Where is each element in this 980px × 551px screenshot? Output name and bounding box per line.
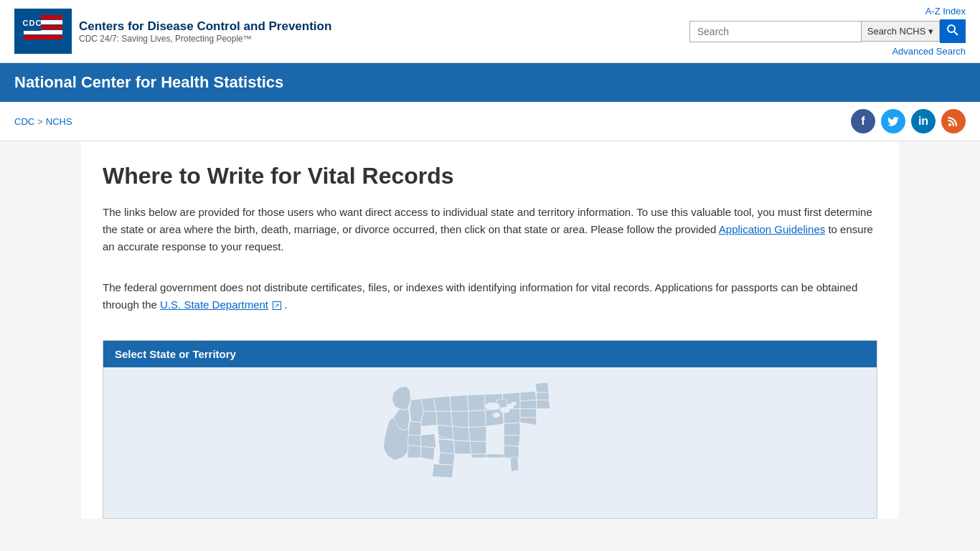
state-tn-al[interactable] bbox=[470, 441, 486, 454]
state-ks[interactable] bbox=[438, 439, 455, 454]
main-content: Where to Write for Vital Records The lin… bbox=[81, 141, 899, 519]
breadcrumb-bar: CDC > NCHS f in bbox=[0, 102, 980, 141]
social-icons: f in bbox=[851, 109, 966, 133]
intro-paragraph: The links below are provided for those u… bbox=[103, 204, 877, 255]
search-dropdown[interactable]: Search NCHS ▾ bbox=[862, 21, 940, 42]
breadcrumb-nchs[interactable]: NCHS bbox=[46, 116, 72, 127]
search-icon bbox=[947, 24, 958, 36]
state-wi[interactable] bbox=[468, 395, 486, 411]
svg-point-12 bbox=[485, 402, 500, 410]
state-nv[interactable] bbox=[408, 421, 421, 435]
state-ne[interactable] bbox=[438, 425, 454, 441]
map-area bbox=[103, 367, 877, 518]
twitter-bird-icon bbox=[887, 115, 900, 128]
state-maine[interactable] bbox=[535, 382, 549, 392]
app-guidelines-link[interactable]: Application Guidelines bbox=[719, 223, 825, 235]
page-title: Where to Write for Vital Records bbox=[103, 163, 877, 189]
second-paragraph: The federal government does not distribu… bbox=[103, 279, 877, 314]
state-nh-vt[interactable] bbox=[537, 392, 550, 400]
facebook-icon[interactable]: f bbox=[851, 109, 875, 133]
state-id[interactable] bbox=[410, 399, 423, 423]
nav-banner: National Center for Health Statistics bbox=[0, 63, 980, 102]
state-wy[interactable] bbox=[421, 411, 438, 426]
advanced-search-link[interactable]: Advanced Search bbox=[892, 46, 966, 57]
az-index-link[interactable]: A-Z Index bbox=[925, 6, 966, 17]
search-row: Search NCHS ▾ bbox=[689, 19, 966, 43]
org-name: Centers for Disease Control and Preventi… bbox=[79, 19, 331, 34]
state-fl-peninsula[interactable] bbox=[510, 456, 519, 471]
breadcrumb-cdc[interactable]: CDC bbox=[14, 116, 34, 127]
state-il[interactable] bbox=[468, 410, 486, 428]
svg-point-16 bbox=[511, 402, 517, 406]
state-ok[interactable] bbox=[438, 453, 455, 466]
external-link-icon: ↗ bbox=[273, 301, 281, 310]
state-wa[interactable] bbox=[392, 386, 411, 410]
rss-icon[interactable] bbox=[941, 109, 966, 133]
state-ne-states[interactable] bbox=[520, 391, 537, 401]
svg-text:CDC: CDC bbox=[23, 19, 42, 27]
nav-banner-title: National Center for Health Statistics bbox=[14, 73, 966, 92]
breadcrumb-separator: > bbox=[37, 116, 43, 127]
logo-text: Centers for Disease Control and Preventi… bbox=[79, 19, 331, 44]
us-states[interactable] bbox=[383, 382, 550, 478]
twitter-icon[interactable] bbox=[881, 109, 905, 133]
state-mn[interactable] bbox=[450, 395, 468, 412]
cdc-logo: CDC bbox=[14, 9, 72, 54]
state-ar-ms[interactable] bbox=[453, 441, 471, 454]
state-ia[interactable] bbox=[451, 411, 469, 428]
state-nd[interactable] bbox=[433, 396, 451, 411]
state-mo[interactable] bbox=[453, 426, 471, 441]
svg-rect-6 bbox=[24, 35, 62, 39]
state-la[interactable] bbox=[471, 454, 486, 458]
state-nc-sc[interactable] bbox=[504, 423, 520, 435]
state-ne-states2[interactable] bbox=[520, 400, 537, 409]
svg-line-10 bbox=[954, 32, 958, 35]
header-right: A-Z Index Search NCHS ▾ Advanced Search bbox=[689, 6, 966, 57]
rss-feed-icon bbox=[948, 116, 959, 127]
select-state-header: Select State or Territory bbox=[103, 341, 877, 367]
state-nm[interactable] bbox=[421, 446, 435, 460]
svg-point-11 bbox=[948, 123, 951, 126]
cdc-logo-link[interactable]: CDC bbox=[14, 9, 72, 54]
svg-point-14 bbox=[493, 413, 501, 418]
breadcrumb: CDC > NCHS bbox=[14, 116, 72, 127]
state-sd[interactable] bbox=[436, 411, 453, 426]
state-ut[interactable] bbox=[407, 435, 421, 447]
state-tx[interactable] bbox=[433, 464, 454, 478]
svg-point-9 bbox=[948, 25, 955, 32]
state-az[interactable] bbox=[407, 446, 421, 458]
state-in-ky[interactable] bbox=[468, 426, 486, 441]
state-dept-link[interactable]: U.S. State Department bbox=[160, 298, 268, 311]
state-ne-states4[interactable] bbox=[520, 418, 537, 425]
linkedin-icon[interactable]: in bbox=[911, 109, 936, 133]
select-state-box: Select State or Territory bbox=[103, 340, 877, 519]
logo-area: CDC Centers for Disease Control and Prev… bbox=[14, 9, 331, 54]
state-co[interactable] bbox=[421, 434, 436, 448]
us-map[interactable] bbox=[103, 367, 877, 518]
state-mass-ct-ri[interactable] bbox=[537, 400, 550, 409]
org-tagline: CDC 24/7: Saving Lives, Protecting Peopl… bbox=[79, 34, 331, 44]
search-button[interactable] bbox=[940, 19, 966, 43]
top-bar: CDC Centers for Disease Control and Prev… bbox=[0, 0, 980, 63]
state-ne-states3[interactable] bbox=[520, 409, 537, 418]
state-ga[interactable] bbox=[504, 435, 520, 447]
search-input[interactable] bbox=[689, 21, 862, 42]
state-al-ms2[interactable] bbox=[486, 454, 504, 458]
